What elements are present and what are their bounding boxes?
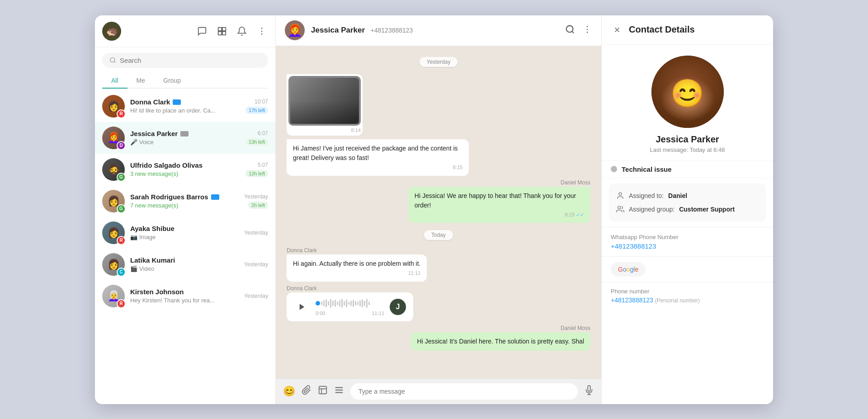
- google-button[interactable]: Google Google: [611, 262, 646, 277]
- waveform-bar: [323, 300, 325, 306]
- avatar-badge: R: [117, 299, 126, 308]
- waveform-bar: [341, 299, 343, 308]
- tab-me[interactable]: Me: [127, 73, 154, 89]
- time-badge: 2h left: [248, 202, 268, 209]
- sidebar-icons: [196, 25, 268, 38]
- message-time: 11:11: [293, 269, 420, 277]
- time-badge: 13h left: [245, 138, 268, 146]
- phone-personal-label: (Personal number): [655, 297, 700, 304]
- search-input[interactable]: [120, 56, 261, 64]
- contact-time: 6:07: [258, 130, 268, 137]
- avatar-badge: R: [117, 109, 126, 118]
- waveform-bar: [350, 301, 352, 306]
- message-bubble: 8:14: [287, 74, 363, 136]
- play-button[interactable]: [294, 299, 310, 315]
- message-row: Hi James! I've just received the package…: [287, 139, 590, 176]
- assigned-to-value: Daniel: [668, 192, 687, 199]
- contact-info: Kirsten Johnson Hey Kirsten! Thank you f…: [130, 288, 239, 304]
- message-bubble: Hi James! I've just received the package…: [287, 139, 469, 176]
- contact-last-msg: 7 new message(s): [130, 202, 239, 209]
- bell-icon[interactable]: [236, 25, 248, 38]
- svg-point-5: [261, 30, 263, 32]
- audio-current-time: 0:00: [316, 311, 325, 316]
- waveform-bar: [359, 300, 361, 306]
- message-row: Daniel Moss Hi Jessica! We are happy to …: [287, 179, 590, 223]
- attach-icon[interactable]: [302, 385, 311, 398]
- message-sender: Donna Clark: [287, 247, 317, 254]
- contact-last-msg: 🎬 Video: [130, 265, 239, 272]
- more-vertical-icon[interactable]: [255, 25, 268, 38]
- contact-meta: Yesterday: [244, 293, 268, 299]
- tag-label: Technical issue: [622, 165, 672, 173]
- svg-point-10: [587, 29, 588, 30]
- list-icon[interactable]: [334, 385, 344, 398]
- waveform-bar: [344, 301, 345, 306]
- svg-point-6: [261, 33, 263, 35]
- chat-messages: Yesterday 8:14 Hi James! I've just recei…: [276, 46, 601, 378]
- waveform-bar: [368, 301, 370, 305]
- contact-meta: Yesterday: [244, 261, 268, 268]
- contact-last-msg: 🎤 Voice: [130, 139, 240, 146]
- tab-group[interactable]: Group: [154, 73, 190, 89]
- svg-marker-12: [300, 304, 305, 310]
- date-divider: Today: [287, 230, 590, 240]
- message-image: [288, 76, 361, 126]
- contact-info: Donna Clark Hi! Id like to place an orde…: [130, 98, 240, 114]
- contact-meta: Yesterday: [244, 230, 268, 236]
- mic-icon[interactable]: [584, 385, 594, 398]
- waveform-bar: [330, 299, 331, 308]
- search-box[interactable]: [102, 53, 268, 68]
- list-item[interactable]: 👩 G Sarah Rodrigues Barros 7 new message…: [95, 185, 275, 217]
- template-icon[interactable]: [318, 385, 328, 398]
- avatar-badge: D: [117, 141, 126, 150]
- waveform-bar: [339, 300, 340, 306]
- avatar-wrap: 👩 G: [102, 190, 125, 212]
- contact-last-msg: 3 new message(s): [130, 170, 240, 177]
- emoji-icon[interactable]: 😊: [283, 386, 295, 397]
- list-item[interactable]: 👩 R Donna Clark Hi! Id like to place an …: [95, 90, 275, 122]
- contact-name: Ulfrido Salgado Olivas: [130, 161, 203, 169]
- list-item[interactable]: 👩 R Ayaka Shibue 📷 Image Yesterday: [95, 217, 275, 249]
- chat-input-bar: 😊: [276, 378, 601, 404]
- svg-point-22: [618, 206, 621, 209]
- close-panel-button[interactable]: [611, 24, 623, 36]
- chat-header-actions: [565, 24, 592, 36]
- contact-time: Yesterday: [244, 293, 268, 299]
- waveform-dot: [316, 301, 320, 306]
- channel-icon: [180, 131, 189, 137]
- chat-area: 👩‍🦰 Jessica Parker +48123888123: [276, 15, 601, 404]
- svg-rect-2: [218, 31, 222, 34]
- read-ticks: ✓✓: [576, 212, 584, 217]
- avatar-badge: C: [117, 268, 126, 277]
- message-time: 8:23 ✓✓: [415, 211, 584, 219]
- chat-phone: +48123888123: [371, 27, 413, 34]
- group-icon: [616, 205, 624, 213]
- contact-last-msg: Hey Kirsten! Thank you for rea...: [130, 297, 239, 304]
- contact-name: Sarah Rodrigues Barros: [130, 193, 208, 201]
- message-bubble: Hi Jessica! We are happy to hear that! T…: [408, 187, 590, 223]
- detail-contact-name: Jessica Parker: [656, 134, 719, 145]
- audio-waveform: 0:00 11:11: [316, 298, 384, 316]
- message-text: Hi Jessica! It's Daniel here. The soluti…: [417, 338, 584, 345]
- assigned-to-label: Assigned to:: [629, 192, 664, 199]
- tab-all[interactable]: All: [102, 73, 127, 89]
- list-item[interactable]: 👩‍🦰 D Jessica Parker 🎤 Voice 6:07 13h: [95, 122, 275, 154]
- more-chat-icon[interactable]: [582, 24, 592, 36]
- svg-point-4: [261, 28, 263, 29]
- contact-meta: 5:07 12h left: [245, 162, 268, 177]
- chat-header: 👩‍🦰 Jessica Parker +48123888123: [276, 15, 601, 46]
- list-item[interactable]: 🧔 G Ulfrido Salgado Olivas 3 new message…: [95, 154, 275, 185]
- assigned-group-row: Assigned group: Customer Support: [616, 202, 759, 216]
- list-item[interactable]: 👩‍🦳 R Kirsten Johnson Hey Kirsten! Thank…: [95, 280, 275, 312]
- search-icon: [109, 56, 116, 64]
- assignment-card: Assigned to: Daniel Assigned group: Cust…: [609, 184, 766, 221]
- search-chat-icon[interactable]: [565, 24, 575, 36]
- list-item[interactable]: 👩 C Latika Kumari 🎬 Video Yesterday: [95, 249, 275, 280]
- message-input[interactable]: [350, 383, 578, 400]
- message-sender: Daniel Moss: [561, 325, 590, 331]
- time-badge: 17h left: [245, 107, 268, 114]
- chat-icon[interactable]: [196, 25, 208, 38]
- layers-icon[interactable]: [216, 25, 228, 38]
- audio-total-time: 11:11: [372, 311, 384, 316]
- time-badge: 12h left: [245, 170, 268, 177]
